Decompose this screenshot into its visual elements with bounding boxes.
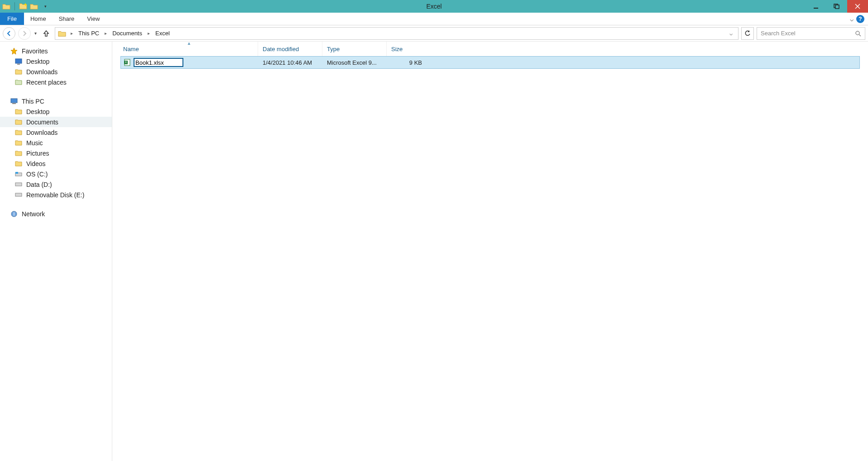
close-button[interactable] xyxy=(847,0,868,13)
sidebar-item-label: Videos xyxy=(26,160,46,167)
desktop-icon xyxy=(14,58,23,65)
new-folder-icon[interactable] xyxy=(19,2,28,11)
favorites-group: Favorites Desktop Downloads Recent place… xyxy=(0,46,112,87)
file-type-cell: Microsoft Excel 9... xyxy=(322,59,387,66)
window-controls xyxy=(806,0,868,13)
column-label: Size xyxy=(391,46,403,52)
sidebar-item-downloads[interactable]: Downloads xyxy=(0,127,112,138)
drive-icon xyxy=(14,171,23,178)
back-button[interactable] xyxy=(3,27,15,40)
search-icon[interactable] xyxy=(855,30,861,37)
column-header-type[interactable]: Type xyxy=(322,42,387,56)
breadcrumb-separator[interactable]: ▸ xyxy=(69,31,75,36)
up-button[interactable] xyxy=(40,30,52,37)
column-header-name[interactable]: Name ▲ xyxy=(120,42,258,56)
qat-customize-dropdown[interactable]: ▾ xyxy=(40,2,49,11)
network-group: Network xyxy=(0,209,112,219)
breadcrumb-separator[interactable]: ▸ xyxy=(146,31,152,36)
sort-ascending-icon: ▲ xyxy=(187,41,192,46)
address-history-dropdown[interactable]: ⌵ xyxy=(729,30,733,37)
sidebar-item-label: Removable Disk (E:) xyxy=(26,191,84,199)
drive-icon xyxy=(14,191,23,199)
sidebar-item-label: Music xyxy=(26,139,43,147)
recent-icon xyxy=(14,79,23,86)
column-header-date[interactable]: Date modified xyxy=(258,42,322,56)
sidebar-item-label: Downloads xyxy=(26,68,58,76)
quick-access-toolbar: ▾ xyxy=(0,0,49,13)
help-icon[interactable]: ? xyxy=(856,15,864,23)
column-headers: Name ▲ Date modified Type Size xyxy=(120,42,860,56)
refresh-button[interactable] xyxy=(741,27,754,40)
search-input[interactable] xyxy=(761,30,842,37)
folder-icon xyxy=(14,119,23,126)
tab-share[interactable]: Share xyxy=(53,13,81,25)
ribbon-expand-icon[interactable]: ⌵ xyxy=(850,15,854,23)
column-label: Type xyxy=(327,46,340,52)
rename-input[interactable] xyxy=(135,59,182,66)
sidebar-item-label: OS (C:) xyxy=(26,171,48,178)
svg-text:X: X xyxy=(125,61,127,64)
breadcrumb-excel[interactable]: Excel xyxy=(154,30,171,37)
svg-rect-16 xyxy=(15,193,22,196)
sidebar-thispc-header[interactable]: This PC xyxy=(0,96,112,106)
sidebar-item-desktop[interactable]: Desktop xyxy=(0,106,112,117)
svg-marker-8 xyxy=(11,48,17,54)
file-date-cell: 1/4/2021 10:46 AM xyxy=(258,59,322,66)
sidebar-item-music[interactable]: Music xyxy=(0,138,112,148)
folder-icon[interactable] xyxy=(2,2,11,11)
sidebar-item-videos[interactable]: Videos xyxy=(0,158,112,169)
svg-rect-15 xyxy=(15,183,22,186)
rename-input-box[interactable] xyxy=(134,58,183,67)
tab-view[interactable]: View xyxy=(81,13,106,25)
folder-icon xyxy=(14,108,23,115)
folder-icon xyxy=(14,129,23,136)
address-bar[interactable]: ▸ This PC ▸ Documents ▸ Excel ⌵ xyxy=(55,27,739,40)
thispc-label: This PC xyxy=(22,98,44,105)
star-icon xyxy=(10,48,18,55)
sidebar-item-label: Desktop xyxy=(26,58,49,65)
column-header-size[interactable]: Size xyxy=(387,42,427,56)
breadcrumb-separator[interactable]: ▸ xyxy=(103,31,109,36)
thispc-group: This PC Desktop Documents Downloads Musi… xyxy=(0,96,112,200)
navigation-pane: Favorites Desktop Downloads Recent place… xyxy=(0,42,112,461)
computer-icon xyxy=(10,98,18,105)
column-label: Date modified xyxy=(263,46,299,52)
sidebar-item-documents[interactable]: Documents xyxy=(0,117,112,127)
folder-icon xyxy=(14,160,23,167)
breadcrumb-documents[interactable]: Documents xyxy=(111,30,143,37)
sidebar-item-data-d[interactable]: Data (D:) xyxy=(0,179,112,190)
svg-point-6 xyxy=(856,31,859,35)
forward-button[interactable] xyxy=(18,27,31,40)
file-tab[interactable]: File xyxy=(0,13,24,25)
network-label: Network xyxy=(22,210,45,218)
maximize-button[interactable] xyxy=(826,0,847,13)
folder-icon xyxy=(14,139,23,147)
sidebar-item-label: Data (D:) xyxy=(26,181,52,188)
sidebar-item-label: Downloads xyxy=(26,129,58,136)
breadcrumb-this-pc[interactable]: This PC xyxy=(77,30,100,37)
sidebar-item-desktop[interactable]: Desktop xyxy=(0,56,112,67)
folder-icon xyxy=(14,68,23,76)
minimize-button[interactable] xyxy=(806,0,826,13)
sidebar-favorites-header[interactable]: Favorites xyxy=(0,46,112,56)
sidebar-item-pictures[interactable]: Pictures xyxy=(0,148,112,158)
navigation-bar: ▾ ▸ This PC ▸ Documents ▸ Excel ⌵ xyxy=(0,25,868,42)
main-area: Favorites Desktop Downloads Recent place… xyxy=(0,42,868,461)
favorites-label: Favorites xyxy=(22,48,48,55)
sidebar-item-downloads[interactable]: Downloads xyxy=(0,67,112,77)
ribbon: File Home Share View ⌵ ? xyxy=(0,13,868,25)
sidebar-network-header[interactable]: Network xyxy=(0,209,112,219)
properties-icon[interactable] xyxy=(29,2,38,11)
sidebar-item-label: Recent places xyxy=(26,79,67,86)
file-list-area: Name ▲ Date modified Type Size X xyxy=(112,42,868,461)
file-row[interactable]: X 1/4/2021 10:46 AM Microsoft Excel 9...… xyxy=(120,56,860,69)
history-dropdown[interactable]: ▾ xyxy=(34,31,38,36)
sidebar-item-recent-places[interactable]: Recent places xyxy=(0,77,112,87)
tab-home[interactable]: Home xyxy=(24,13,53,25)
search-box[interactable] xyxy=(757,27,865,40)
column-label: Name xyxy=(123,46,139,52)
svg-rect-14 xyxy=(15,172,18,174)
sidebar-item-removable-e[interactable]: Removable Disk (E:) xyxy=(0,190,112,200)
sidebar-item-os-c[interactable]: OS (C:) xyxy=(0,169,112,179)
folder-icon xyxy=(14,150,23,157)
